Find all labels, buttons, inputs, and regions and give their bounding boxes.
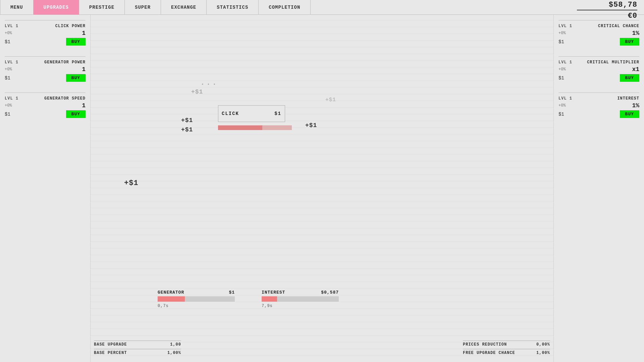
right-panel: LVL 1 CRITICAL CHANCE +0% 1% $1 BUY LVL … [553, 15, 644, 362]
upgrade-row-generator-speed: +0% 1 [5, 102, 86, 109]
nav-item-upgrades[interactable]: UPGRADES [34, 0, 79, 15]
generator-time: 0,7s [158, 304, 235, 308]
upgrade-level-click-power: LVL 1 [5, 24, 18, 28]
upgrade-cost-row-generator-power: $1 BUY [5, 74, 86, 82]
upgrade-name-critical-chance: CRITICAL CHANCE [598, 24, 639, 28]
upgrade-bonus-critical-multiplier: +0% [558, 67, 566, 72]
upgrade-cost-row-click-power: $1 BUY [5, 38, 86, 46]
upgrade-level-critical-chance: LVL 1 [558, 24, 572, 28]
upgrade-header-generator-power: LVL 1 GENERATOR POWER [5, 60, 86, 65]
upgrade-bonus-interest: +0% [558, 103, 566, 108]
click-label: CLICK [222, 111, 239, 116]
upgrade-value-generator-power: 1 [82, 66, 86, 73]
left-panel: LVL 1 CLICK POWER +0% 1 $1 BUY LVL 1 GEN… [0, 15, 91, 362]
nav-item-prestige[interactable]: PRESTIGE [79, 0, 125, 15]
nav-bar: MENUUPGRADESPRESTIGESUPEREXCHANGESTATIST… [0, 0, 644, 15]
generator-header: GENERATOR $1 [158, 290, 235, 295]
stat-label: BASE UPGRADE [94, 342, 127, 347]
upgrade-card-generator-speed: LVL 1 GENERATOR SPEED +0% 1 $1 BUY [3, 90, 87, 120]
upgrade-cost-critical-multiplier: $1 [558, 75, 564, 81]
main-currency: $58,78 [577, 1, 637, 10]
nav-item-completion[interactable]: COMPLETION [259, 0, 311, 15]
upgrade-bonus-generator-speed: +0% [5, 103, 12, 108]
bottom-stats-left: BASE UPGRADE1,00BASE PERCENT1,00% [94, 341, 181, 355]
upgrade-bonus-click-power: +0% [5, 31, 12, 36]
upgrade-divider [558, 20, 639, 20]
upgrade-row-click-power: +0% 1 [5, 30, 86, 37]
upgrade-cost-critical-chance: $1 [558, 39, 564, 45]
buy-button-generator-speed[interactable]: BUY [66, 110, 86, 118]
stat-val: 1,00% [536, 351, 550, 355]
upgrade-card-click-power: LVL 1 CLICK POWER +0% 1 $1 BUY [3, 18, 87, 48]
stat-item: FREE UPGRADE CHANCE1,00% [463, 349, 550, 355]
center-panel: +$1 +$1 +$1 +$1 +$1 • • • CLICK $1 GENER… [91, 15, 553, 362]
upgrade-name-generator-power: GENERATOR POWER [44, 60, 86, 65]
upgrade-value-click-power: 1 [82, 30, 86, 37]
interest-bar-fill [262, 296, 277, 302]
float-label-2: +$1 [181, 117, 193, 124]
upgrade-card-interest: LVL 1 INTEREST +0% 1% $1 BUY [557, 90, 641, 120]
upgrade-header-generator-speed: LVL 1 GENERATOR SPEED [5, 96, 86, 101]
dots-label: • • • [201, 82, 216, 87]
click-button[interactable]: CLICK $1 [218, 105, 285, 122]
buy-button-interest[interactable]: BUY [620, 110, 639, 118]
upgrade-cost-interest: $1 [558, 112, 564, 117]
nav-item-exchange[interactable]: EXCHANGE [161, 0, 207, 15]
generator-block: GENERATOR $1 0,7s [158, 290, 235, 308]
upgrade-value-generator-speed: 1 [82, 102, 86, 109]
upgrade-divider [5, 93, 86, 93]
stat-label: PRICES REDUCTION [463, 342, 507, 347]
interest-value: $0,587 [321, 290, 339, 295]
stat-item: PRICES REDUCTION0,00% [463, 341, 550, 347]
upgrade-header-interest: LVL 1 INTEREST [558, 96, 639, 101]
upgrade-cost-generator-speed: $1 [5, 112, 10, 117]
upgrade-cost-row-critical-chance: $1 BUY [558, 38, 639, 46]
upgrade-level-critical-multiplier: LVL 1 [558, 60, 572, 65]
float-label-3: +$1 [181, 126, 193, 133]
upgrade-header-critical-chance: LVL 1 CRITICAL CHANCE [558, 24, 639, 28]
upgrade-level-generator-power: LVL 1 [5, 60, 18, 65]
interest-time: 7,9s [262, 304, 339, 308]
upgrade-card-generator-power: LVL 1 GENERATOR POWER +0% 1 $1 BUY [3, 54, 87, 84]
stat-val: 1,00 [170, 342, 181, 347]
stat-val: 1,00% [167, 351, 181, 355]
nav-item-super[interactable]: SUPER [125, 0, 161, 15]
generator-value: $1 [229, 290, 235, 295]
interest-header: INTEREST $0,587 [262, 290, 339, 295]
bottom-stats-right: PRICES REDUCTION0,00%FREE UPGRADE CHANCE… [463, 341, 550, 355]
generator-label: GENERATOR [158, 290, 184, 295]
generator-bar-fill [158, 296, 185, 302]
upgrade-card-critical-chance: LVL 1 CRITICAL CHANCE +0% 1% $1 BUY [557, 18, 641, 48]
upgrade-name-generator-speed: GENERATOR SPEED [44, 96, 86, 101]
stat-label: BASE PERCENT [94, 351, 127, 355]
buy-button-critical-multiplier[interactable]: BUY [620, 74, 639, 82]
main-content: LVL 1 CLICK POWER +0% 1 $1 BUY LVL 1 GEN… [0, 15, 644, 362]
upgrade-row-generator-power: +0% 1 [5, 66, 86, 73]
float-label-left: +$1 [124, 179, 139, 187]
buy-button-generator-power[interactable]: BUY [66, 74, 86, 82]
upgrade-cost-click-power: $1 [5, 39, 10, 45]
generator-bar-container [158, 296, 235, 302]
upgrade-name-click-power: CLICK POWER [55, 24, 86, 28]
upgrade-cost-row-generator-speed: $1 BUY [5, 110, 86, 118]
bars-section: GENERATOR $1 0,7s INTEREST $0,587 7,9s [158, 290, 339, 308]
stat-val: 0,00% [536, 342, 550, 347]
upgrade-level-interest: LVL 1 [558, 96, 572, 101]
click-progress-fill [218, 125, 262, 130]
upgrade-name-interest: INTEREST [617, 96, 639, 101]
stat-label: FREE UPGRADE CHANCE [463, 351, 515, 355]
click-area: CLICK $1 [218, 105, 292, 130]
upgrade-divider [5, 56, 86, 57]
upgrade-value-interest: 1% [632, 102, 639, 109]
upgrade-header-critical-multiplier: LVL 1 CRITICAL MULTIPLIER [558, 60, 639, 65]
nav-item-statistics[interactable]: STATISTICS [207, 0, 259, 15]
upgrade-row-interest: +0% 1% [558, 102, 639, 109]
stat-item: BASE UPGRADE1,00 [94, 341, 181, 347]
buy-button-click-power[interactable]: BUY [66, 38, 86, 46]
click-progress-bar [218, 125, 292, 130]
center-background [91, 15, 553, 362]
nav-item-menu[interactable]: MENU [0, 0, 34, 15]
upgrade-cost-row-critical-multiplier: $1 BUY [558, 74, 639, 82]
upgrade-card-critical-multiplier: LVL 1 CRITICAL MULTIPLIER +0% x1 $1 BUY [557, 54, 641, 84]
buy-button-critical-chance[interactable]: BUY [620, 38, 639, 46]
